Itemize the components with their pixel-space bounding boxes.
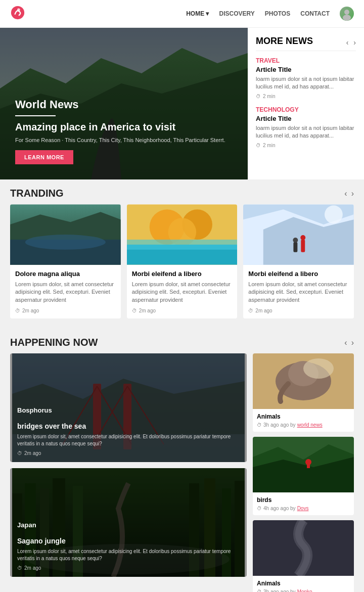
news-item-technology: TECHNOLOGY Article Title loarm ipsum dol… [256, 106, 356, 148]
happening-prev[interactable]: ‹ [344, 338, 347, 347]
svg-point-21 [325, 205, 343, 223]
side-title-animals-1: Animals [257, 413, 350, 420]
nav-discovery[interactable]: DISCOVERY [219, 10, 255, 17]
happening-card-bridge: Bosphorus bridges over the sea Lorem ips… [10, 353, 247, 462]
news-item-travel: TRAVEL Article Title loarm ipsum dolor s… [256, 57, 356, 99]
learn-more-button[interactable]: LEARN MORE [15, 150, 73, 164]
side-meta-animals-1: ⏱ 3h ago ago by world news [257, 422, 350, 428]
happen-title-2: Sagano jungle [17, 537, 240, 545]
nav-home[interactable]: HOME ▾ [186, 10, 209, 17]
news-time-2: ⏱ 2 min [256, 143, 356, 148]
clock-icon-3: ⏱ [132, 308, 137, 313]
side-meta-link-2[interactable]: Dovs [297, 506, 309, 511]
svg-point-24 [293, 238, 298, 243]
clock-icon-4: ⏱ [248, 308, 253, 313]
trending-card-2-title: Morbi eleifend a libero [132, 270, 233, 278]
trending-grid: Dolore magna aliqua Lorem ipsum dolor, s… [0, 204, 364, 318]
hero-subtitle: For Some Reason · This Country, This Cit… [15, 137, 225, 143]
hero-divider [15, 115, 56, 116]
svg-point-51 [303, 358, 334, 379]
clock-icon-6: ⏱ [17, 565, 22, 571]
clock-icon-7: ⏱ [257, 422, 262, 428]
side-title-birds: birds [257, 496, 350, 504]
side-meta-birds: ⏱ 4h ago ago by Dovs [257, 506, 350, 511]
side-card-animals-2: Animals ⏱ 3h ago ago by Monko [253, 520, 354, 592]
trending-next[interactable]: › [351, 189, 354, 198]
clock-icon-5: ⏱ [17, 450, 22, 456]
happen-text-2: Lorem ipsum dolor sit, amet consectetur … [17, 548, 240, 562]
clock-icon-1: ⏱ [256, 94, 261, 99]
clock-icon-2: ⏱ [256, 143, 261, 148]
hero-tag: World News [15, 98, 225, 111]
side-meta-link-1[interactable]: world news [297, 422, 323, 428]
news-excerpt-1: loarm ipsum dolor sit a not ipsum labita… [256, 75, 356, 91]
trending-prev[interactable]: ‹ [344, 189, 347, 198]
news-excerpt-2: loarm ipsum dolor sit a not ipsum labita… [256, 124, 356, 140]
trending-card-2-time: ⏱ 2m ago [132, 308, 233, 313]
happening-section: HAPPENING NOW ‹ › [0, 329, 364, 592]
happen-location-2: Japan [17, 521, 240, 529]
nav-photos[interactable]: PHOTOS [265, 10, 290, 17]
side-title-animals-2: Animals [257, 580, 350, 587]
trending-card-2-text: Lorem ipsum dolor, sit amet consectetur … [132, 281, 233, 304]
trending-card-2: Morbi eleifend a libero Lorem ipsum dolo… [127, 204, 238, 318]
svg-rect-17 [127, 240, 238, 250]
happen-title-1: bridges over the sea [17, 422, 240, 430]
side-card-birds: birds ⏱ 4h ago ago by Dovs [253, 437, 354, 515]
svg-marker-20 [263, 217, 354, 264]
happen-text-1: Lorem ipsum dolor sit, amet consectetur … [17, 433, 240, 447]
nav-contact[interactable]: CONTACT [300, 10, 330, 17]
trending-title: TRANDING [10, 188, 64, 199]
trending-card-1: Dolore magna aliqua Lorem ipsum dolor, s… [10, 204, 121, 318]
svg-point-25 [301, 235, 306, 240]
happen-location-1: Bosphorus [17, 406, 240, 414]
hero-image-area: World News Amazing place in America to v… [0, 28, 248, 179]
happening-right: Animals ⏱ 3h ago ago by world news [253, 353, 354, 592]
svg-rect-58 [253, 520, 354, 576]
trending-card-1-title: Dolore magna aliqua [15, 270, 116, 278]
trending-card-3-time: ⏱ 2m ago [248, 308, 349, 313]
more-news-prev[interactable]: ‹ [346, 38, 349, 47]
trending-card-3-text: Lorem ipsum dolor, sit amet consectetur … [248, 281, 349, 304]
happen-time-1: ⏱ 2m ago [17, 450, 240, 456]
svg-point-2 [344, 10, 349, 15]
svg-rect-23 [301, 240, 305, 252]
trending-card-1-time: ⏱ 2m ago [15, 308, 116, 313]
trending-card-1-text: Lorem ipsum dolor, sit amet consectetur … [15, 281, 116, 304]
happen-time-2: ⏱ 2m ago [17, 565, 240, 571]
hero-title: Amazing place in America to visit [15, 121, 225, 133]
happening-next[interactable]: › [351, 338, 354, 347]
svg-point-1 [17, 9, 20, 12]
hero-section: World News Amazing place in America to v… [0, 28, 364, 179]
svg-rect-22 [294, 242, 298, 252]
happening-title: HAPPENING NOW [10, 337, 98, 348]
svg-rect-56 [307, 462, 310, 468]
side-meta-animals-2: ⏱ 3h ago ago by Monko [257, 589, 350, 592]
clock-icon: ⏱ [15, 308, 20, 313]
nav-logo[interactable] [10, 5, 25, 22]
clock-icon-8: ⏱ [257, 506, 262, 511]
trending-card-3-title: Morbi eleifend a libero [248, 270, 349, 278]
news-article-title-2: Article Title [256, 115, 356, 122]
news-time-1: ⏱ 2 min [256, 94, 356, 99]
side-card-animals-1: Animals ⏱ 3h ago ago by world news [253, 353, 354, 432]
trending-section: TRANDING ‹ › [0, 179, 364, 329]
more-news-title: MORE NEWS [256, 36, 313, 47]
side-meta-link-3[interactable]: Monko [297, 589, 312, 592]
happening-left: Bosphorus bridges over the sea Lorem ips… [10, 353, 247, 592]
news-category-travel: TRAVEL [256, 57, 356, 64]
happening-grid: Bosphorus bridges over the sea Lorem ips… [0, 353, 364, 592]
trending-card-3: Morbi eleifend a libero Lorem ipsum dolo… [243, 204, 354, 318]
svg-point-11 [25, 235, 106, 250]
news-category-tech: TECHNOLOGY [256, 106, 356, 113]
navbar: HOME ▾ DISCOVERY PHOTOS CONTACT [0, 0, 364, 28]
svg-point-0 [11, 6, 24, 19]
avatar[interactable] [340, 7, 354, 21]
more-news-next[interactable]: › [353, 38, 356, 47]
more-news-panel: MORE NEWS ‹ › TRAVEL Article Title loarm… [248, 28, 364, 179]
news-article-title-1: Article Title [256, 66, 356, 73]
svg-point-3 [343, 15, 351, 21]
clock-icon-9: ⏱ [257, 589, 262, 592]
happening-card-forest: Japan Sagano jungle Lorem ipsum dolor si… [10, 468, 247, 577]
